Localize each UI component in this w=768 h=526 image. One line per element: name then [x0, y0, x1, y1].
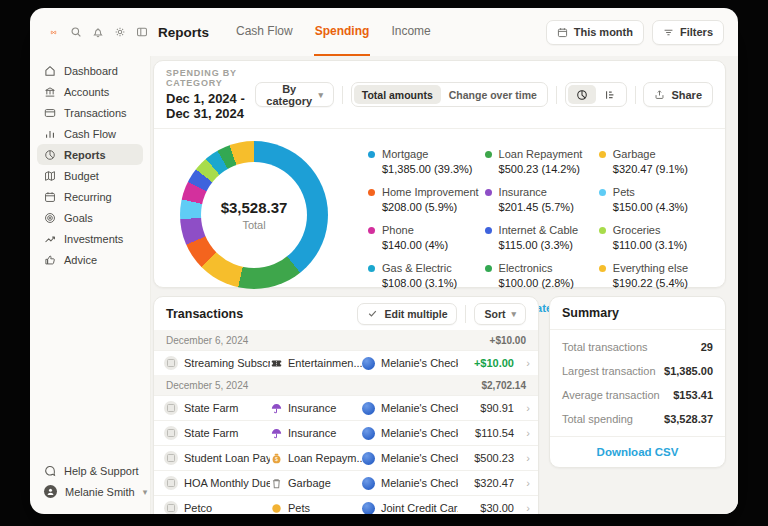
legend-item-gas-electric[interactable]: Gas & Electric$108.00 (3.1%) [368, 262, 479, 289]
transaction-amount: $320.47 [458, 477, 514, 489]
monarch-logo-icon[interactable] [50, 23, 57, 41]
sidebar-item-dashboard[interactable]: Dashboard [37, 60, 143, 81]
legend-name-row: Home Improvement [368, 186, 479, 198]
this-month-button[interactable]: This month [546, 20, 644, 45]
legend-item-insurance[interactable]: Insurance$201.45 (5.7%) [485, 186, 593, 213]
donut-chart[interactable]: $3,528.37 Total [180, 141, 328, 289]
sidebar-item-transactions[interactable]: Transactions [37, 102, 143, 123]
tab-spending[interactable]: Spending [314, 8, 371, 56]
legend-name-row: Internet & Cable [485, 224, 593, 236]
sidebar-nav: DashboardAccountsTransactionsCash FlowRe… [30, 60, 150, 270]
category-cell: $Loan Repaym... [270, 452, 362, 464]
legend-category-name: Insurance [499, 186, 547, 198]
transaction-row[interactable]: Student Loan Pay...$Loan Repaym...Melani… [154, 445, 538, 470]
chevron-right-icon: › [514, 452, 530, 464]
transaction-amount: $30.00 [458, 502, 514, 514]
sidebar-item-label: Cash Flow [64, 128, 116, 140]
legend-item-internet-cable[interactable]: Internet & Cable$115.00 (3.3%) [485, 224, 593, 251]
sidebar-item-reports[interactable]: Reports [37, 144, 143, 165]
sidebar-item-advice[interactable]: Advice [37, 249, 143, 270]
pie-chart-toggle-icon[interactable] [568, 85, 596, 104]
tab-income[interactable]: Income [390, 8, 431, 56]
legend-amount: $110.00 (3.1%) [613, 239, 707, 251]
category-cell: Insurance [270, 402, 362, 414]
sort-button[interactable]: Sort ▾ [474, 303, 526, 325]
filters-button[interactable]: Filters [652, 20, 724, 45]
legend-item-pets[interactable]: Pets$150.00 (4.3%) [599, 186, 707, 213]
sidebar-item-label: Advice [64, 254, 97, 266]
legend-name-row: Insurance [485, 186, 593, 198]
sidebar-item-accounts[interactable]: Accounts [37, 81, 143, 102]
accounts-icon [44, 86, 56, 98]
view-mode-total-amounts[interactable]: Total amounts [354, 85, 441, 104]
category-name: Insurance [288, 402, 336, 414]
bar-chart-toggle-icon[interactable] [596, 85, 624, 104]
sidebar-item-cash-flow[interactable]: Cash Flow [37, 123, 143, 144]
edit-multiple-button[interactable]: Edit multiple [357, 303, 457, 325]
legend-amount: $100.00 (2.8%) [499, 277, 593, 289]
transaction-amount: $500.23 [458, 452, 514, 464]
bottom-row: Transactions Edit multiple Sort ▾ [153, 296, 726, 514]
transaction-row[interactable]: State FarmInsuranceMelanie's Check...$90… [154, 395, 538, 420]
legend-category-name: Electronics [499, 262, 553, 274]
sidebar-item-label: Dashboard [64, 65, 118, 77]
legend-item-garbage[interactable]: Garbage$320.47 (9.1%) [599, 148, 707, 175]
legend-item-home-improvement[interactable]: Home Improvement$208.00 (5.9%) [368, 186, 479, 213]
merchant-name: Streaming Subscr... [184, 357, 270, 369]
transaction-row[interactable]: Streaming Subscr...Entertainmen...Melani… [154, 350, 538, 375]
sidebar-item-recurring[interactable]: Recurring [37, 186, 143, 207]
reports-icon [44, 149, 56, 161]
sidebar-item-label: Goals [64, 212, 93, 224]
notifications-bell-icon[interactable] [89, 24, 106, 41]
view-mode-toggle: Total amountsChange over time [351, 82, 548, 107]
legend-item-mortgage[interactable]: Mortgage$1,385.00 (39.3%) [368, 148, 479, 175]
budget-icon [44, 170, 56, 182]
sidebar-item-investments[interactable]: Investments [37, 228, 143, 249]
tab-cash-flow[interactable]: Cash Flow [235, 8, 294, 56]
chevron-right-icon: › [514, 477, 530, 489]
advice-icon [44, 254, 56, 266]
legend-item-everything-else[interactable]: Everything else$190.22 (5.4%) [599, 262, 707, 289]
chart-type-toggle [565, 82, 627, 107]
sidebar-bottom: Help & Support Melanie Smith ▾ [30, 460, 150, 514]
sidebar-item-budget[interactable]: Budget [37, 165, 143, 186]
transaction-row[interactable]: PetcoPetsJoint Credit Car...$30.00› [154, 495, 538, 514]
legend-category-name: Mortgage [382, 148, 428, 160]
legend-category-name: Loan Repayment [499, 148, 583, 160]
legend-amount: $108.00 (3.1%) [382, 277, 479, 289]
report-eyebrow: SPENDING BY CATEGORY [166, 68, 255, 88]
help-support-item[interactable]: Help & Support [37, 460, 143, 481]
legend-item-loan-repayment[interactable]: Loan Repayment$500.23 (14.2%) [485, 148, 593, 175]
insurance-icon [270, 402, 282, 414]
search-icon[interactable] [67, 24, 84, 41]
legend-item-groceries[interactable]: Groceries$110.00 (3.1%) [599, 224, 707, 251]
legend-color-dot [599, 189, 606, 196]
merchant-cell: State Farm [164, 426, 270, 440]
merchant-logo-icon [164, 401, 178, 415]
user-name: Melanie Smith [65, 486, 135, 498]
group-by-dropdown[interactable]: By category ▾ [255, 82, 334, 107]
transaction-row[interactable]: HOA Monthly DuesGarbageMelanie's Check..… [154, 470, 538, 495]
account-cell: Joint Credit Car... [362, 502, 458, 515]
edit-multiple-label: Edit multiple [384, 308, 447, 320]
legend-color-dot [368, 151, 375, 158]
account-cell: Melanie's Check... [362, 402, 458, 415]
summary-row-value: $1,385.00 [664, 365, 713, 377]
legend-item-electronics[interactable]: Electronics$100.00 (2.8%) [485, 262, 593, 289]
legend-color-dot [599, 151, 606, 158]
legend-amount: $320.47 (9.1%) [613, 163, 707, 175]
settings-gear-icon[interactable] [111, 24, 128, 41]
legend-name-row: Electronics [485, 262, 593, 274]
transaction-date-header: December 6, 2024+$10.00 [154, 330, 538, 350]
legend-item-phone[interactable]: Phone$140.00 (4%) [368, 224, 479, 251]
sidebar-toggle-icon[interactable] [133, 24, 150, 41]
download-csv-link[interactable]: Download CSV [550, 436, 725, 467]
view-mode-change-over-time[interactable]: Change over time [441, 85, 545, 104]
sidebar-item-label: Budget [64, 170, 99, 182]
user-menu[interactable]: Melanie Smith ▾ [37, 481, 143, 502]
sidebar-item-label: Transactions [64, 107, 127, 119]
share-button[interactable]: Share [643, 82, 713, 107]
report-tabs: Cash FlowSpendingIncome [235, 8, 432, 56]
transaction-row[interactable]: State FarmInsuranceMelanie's Check...$11… [154, 420, 538, 445]
sidebar-item-goals[interactable]: Goals [37, 207, 143, 228]
